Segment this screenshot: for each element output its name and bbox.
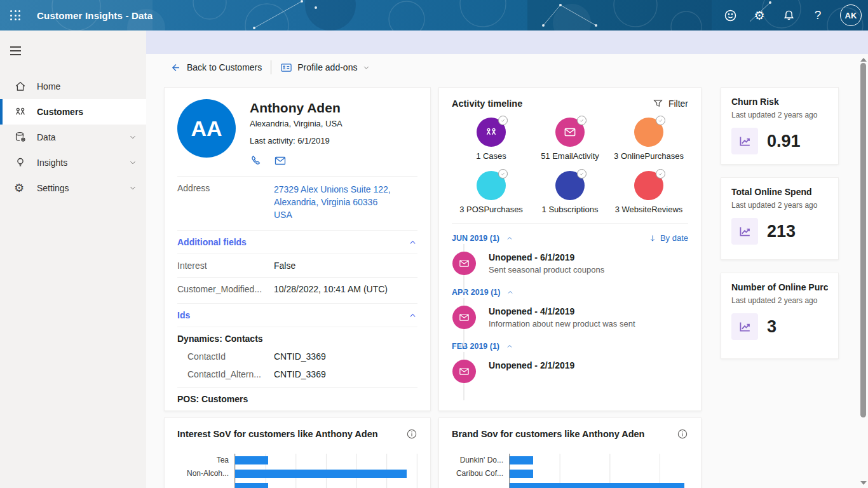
address-link[interactable]: 27329 Alex Unions Suite 122, Alexandria,… [274, 183, 391, 221]
vertical-scrollbar[interactable] [859, 54, 868, 488]
selected-check-badge [577, 116, 587, 125]
app-title: Customer Insights - Data [37, 10, 153, 21]
kpi-value: 213 [767, 222, 796, 241]
chart-category-label [452, 480, 509, 488]
info-icon[interactable] [677, 428, 688, 440]
phone-icon[interactable] [250, 154, 262, 167]
feedback-smiley-icon[interactable] [718, 3, 742, 27]
total-online-spend-card: Total Online Spend Last updated 2 years … [721, 177, 839, 260]
notifications-bell-icon[interactable] [776, 3, 801, 27]
timeline-title: Activity timeline [452, 98, 522, 109]
selected-check-badge [498, 169, 508, 179]
chart-bar [235, 483, 268, 488]
activity-type-cases[interactable]: 1 Cases [452, 118, 531, 161]
info-icon[interactable] [406, 428, 417, 440]
scrollbar-up-arrow[interactable] [859, 54, 868, 63]
field-row: Interest False [177, 254, 417, 277]
chart-category-label: Caribou Cof... [452, 467, 509, 480]
additional-fields-section-header[interactable]: Additional fields [177, 230, 417, 254]
brand-sov-chart-card: Brand Sov for customers like Anthony Ade… [438, 417, 702, 488]
scrollbar-down-arrow[interactable] [860, 481, 867, 485]
entry-mail-icon [452, 360, 476, 383]
field-row: Customer_Modified... 10/28/2022, 10:41 A… [177, 277, 417, 301]
timeline-entry[interactable]: Unopened - 2/1/2019 [452, 360, 688, 383]
chart-bar [510, 483, 684, 488]
timeline-month-header[interactable]: JUN 2019 (1) [452, 234, 513, 243]
sidebar-item-label: Customers [37, 107, 83, 117]
database-icon [14, 131, 27, 144]
sidebar-item-insights[interactable]: Insights [0, 150, 146, 175]
sort-by-date-button[interactable]: By date [648, 233, 688, 243]
chart-bar [510, 456, 533, 464]
activity-type-websitereviews[interactable]: 3 WebsiteReviews [609, 171, 688, 214]
kpi-value: 3 [767, 317, 776, 337]
selected-check-badge [498, 116, 508, 125]
nav-collapse-hamburger-icon[interactable] [0, 36, 31, 66]
chevron-down-icon[interactable] [128, 158, 137, 167]
app-launcher-waffle-icon[interactable] [0, 0, 31, 30]
id-row: LoyaltyId LOYID_3369 [177, 408, 417, 411]
sidebar-item-data[interactable]: Data [0, 125, 146, 150]
chevron-down-icon [362, 64, 370, 72]
filter-funnel-icon [653, 98, 663, 109]
home-icon [14, 80, 27, 93]
chart-category-label: Non-Alcoh... [177, 467, 234, 480]
sidebar-item-label: Settings [37, 183, 69, 193]
chevron-up-icon[interactable] [408, 311, 417, 320]
top-app-bar: Customer Insights - Data ⚙ ? AK [0, 0, 868, 30]
chevron-up-icon[interactable] [408, 238, 417, 247]
kpi-value: 0.91 [767, 132, 801, 151]
people-icon [14, 105, 27, 118]
sidebar-item-settings[interactable]: ⚙ Settings [0, 175, 146, 201]
profile-addons-dropdown[interactable]: Profile add-ons [280, 62, 370, 74]
number-online-purchases-card: Number of Online Purch... Last updated 2… [721, 273, 839, 359]
id-row: ContactId CNTID_3369 [177, 348, 417, 365]
additional-fields-title: Additional fields [177, 237, 247, 247]
ids-section-header[interactable]: Ids [177, 303, 417, 327]
chart-category-label: Dunkin' Do... [452, 454, 509, 467]
scrollbar-thumb[interactable] [860, 63, 866, 417]
activity-type-pospurchases[interactable]: 3 POSPurchases [452, 171, 531, 214]
chart-bar [510, 470, 533, 478]
header-band [146, 30, 868, 54]
customer-last-activity: Last activity: 6/1/2019 [250, 136, 342, 146]
filter-button[interactable]: Filter [653, 98, 688, 109]
id-row: ContactId_Altern... CNTID_3369 [177, 365, 417, 383]
sidebar-item-home[interactable]: Home [0, 74, 146, 99]
line-chart-icon [731, 128, 758, 154]
help-icon[interactable]: ? [806, 3, 830, 27]
main-content: Back to Customers Profile add-ons AA [146, 30, 868, 488]
activity-type-subscriptions[interactable]: 1 Subscriptions [531, 171, 609, 214]
customer-name: Anthony Aden [250, 100, 342, 116]
selected-check-badge [577, 169, 587, 179]
timeline-entry[interactable]: Unopened - 6/1/2019 Sent seasonal produc… [452, 252, 688, 275]
activity-type-grid: 1 Cases 51 EmailActivity [452, 118, 688, 224]
chart-plot-area [234, 454, 417, 488]
line-chart-icon [731, 218, 758, 245]
address-label: Address [177, 183, 274, 221]
activity-type-emailactivity[interactable]: 51 EmailActivity [531, 118, 609, 161]
filter-label: Filter [668, 98, 688, 109]
customer-avatar: AA [177, 99, 236, 158]
activity-timeline-card: Activity timeline Filter [438, 87, 702, 411]
profile-addons-label: Profile add-ons [297, 62, 357, 72]
entry-mail-icon [452, 252, 476, 275]
chevron-down-icon[interactable] [128, 184, 137, 193]
interest-sov-chart-card: Interest SoV for customers like Anthony … [164, 417, 431, 488]
timeline-month-header[interactable]: APR 2019 (1) [452, 288, 514, 297]
gear-icon: ⚙ [14, 182, 27, 194]
chart-title: Brand Sov for customers like Anthony Ade… [452, 429, 644, 439]
sidebar-item-label: Data [37, 132, 56, 142]
chevron-down-icon[interactable] [128, 133, 137, 142]
back-to-customers-link[interactable]: Back to Customers [170, 62, 262, 73]
activity-type-onlinepurchases[interactable]: 3 OnlinePurchases [609, 118, 688, 161]
timeline-month-header[interactable]: FEB 2019 (1) [452, 342, 513, 351]
email-icon[interactable] [274, 154, 287, 167]
sidebar-item-customers[interactable]: Customers [0, 99, 146, 125]
lightbulb-icon [14, 156, 27, 169]
timeline-entry[interactable]: Unopened - 4/1/2019 Information about ne… [452, 306, 688, 329]
user-avatar[interactable]: AK [840, 4, 862, 26]
selected-check-badge [656, 169, 665, 179]
left-nav-sidebar: Home Customers Data [0, 30, 146, 488]
settings-gear-icon[interactable]: ⚙ [747, 3, 771, 27]
